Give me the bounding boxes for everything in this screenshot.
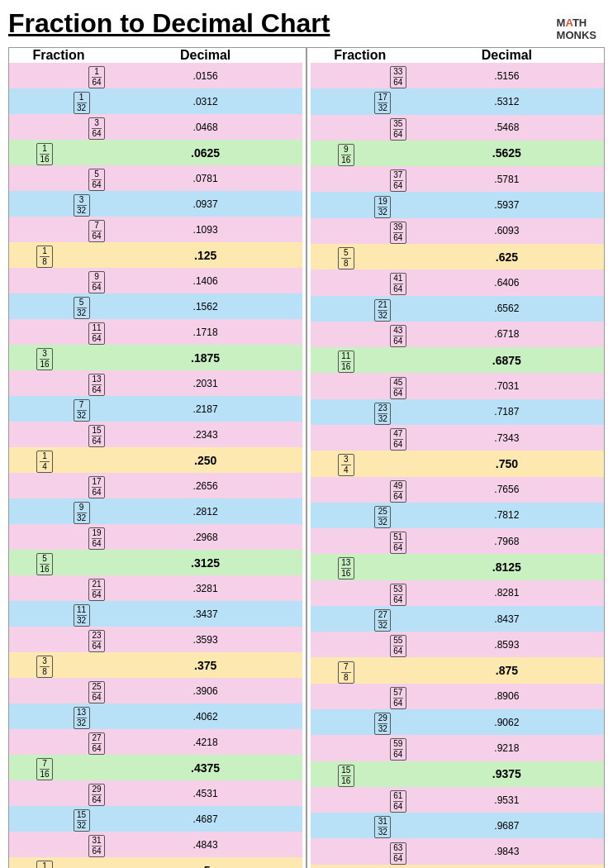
decimal-value: .7812 xyxy=(410,503,604,528)
major-fraction xyxy=(311,838,356,864)
minor-fraction: 332 xyxy=(55,191,108,217)
minor-fraction: 1764 xyxy=(55,473,108,498)
decimal-value: .5625 xyxy=(410,141,604,166)
minor-fraction: 6164 xyxy=(356,787,410,813)
decimal-value: .9218 xyxy=(410,735,604,761)
minor-fraction: 1564 xyxy=(55,422,108,447)
major-fraction xyxy=(311,373,356,398)
decimal-value: .8125 xyxy=(410,554,604,579)
minor-fraction: 5764 xyxy=(356,684,410,709)
table-row: 4164.6406 xyxy=(311,269,604,295)
minor-fraction: 3564 xyxy=(356,115,410,141)
decimal-value: .4062 xyxy=(108,703,302,729)
table-row: 2132.6562 xyxy=(311,296,604,322)
table-row: 4564.7031 xyxy=(311,373,604,398)
major-fraction xyxy=(311,813,356,838)
major-fraction xyxy=(311,296,356,322)
major-fraction xyxy=(9,63,55,88)
decimal-value: .7968 xyxy=(410,528,604,554)
decimal-value: .1875 xyxy=(108,345,302,370)
decimal-value: .1562 xyxy=(108,293,302,319)
table-row: 1164.1718 xyxy=(9,319,302,345)
decimal-value: .2812 xyxy=(108,498,302,524)
minor-fraction: 364 xyxy=(55,114,108,140)
minor-fraction xyxy=(356,451,410,476)
decimal-value: .7031 xyxy=(410,373,604,398)
major-fraction xyxy=(9,293,55,319)
major-fraction xyxy=(311,63,356,88)
major-fraction: 38 xyxy=(9,652,55,678)
major-fraction xyxy=(311,684,356,709)
major-fraction xyxy=(9,601,55,627)
table-row: 4764.7343 xyxy=(311,425,604,451)
logo: MATHMONKS xyxy=(557,17,596,41)
decimal-value: .9375 xyxy=(410,761,604,787)
table-row: 732.2187 xyxy=(9,396,302,422)
minor-fraction: 5964 xyxy=(356,735,410,761)
major-fraction xyxy=(311,425,356,451)
major-fraction: 1316 xyxy=(311,554,356,579)
major-fraction xyxy=(311,218,356,244)
minor-fraction: 964 xyxy=(55,268,108,293)
decimal-value: .125 xyxy=(108,242,302,268)
decimal-value: .1406 xyxy=(108,268,302,293)
table-row: 5164.7968 xyxy=(311,528,604,554)
table-divider xyxy=(306,48,306,868)
table-row: 11.0 xyxy=(311,865,604,868)
major-fraction xyxy=(9,88,55,114)
table-row: 2364.3593 xyxy=(9,627,302,652)
decimal-value: .3906 xyxy=(108,678,302,703)
minor-fraction xyxy=(55,447,108,473)
table-row: 58.625 xyxy=(311,244,604,269)
minor-fraction xyxy=(356,657,410,683)
decimal-value: .4843 xyxy=(108,832,302,857)
table-row: 1964.2968 xyxy=(9,524,302,550)
major-fraction xyxy=(9,832,55,857)
minor-fraction: 1532 xyxy=(55,806,108,832)
decimal-value: .0312 xyxy=(108,88,302,114)
table-row: 3964.6093 xyxy=(311,218,604,244)
decimal-value: .0625 xyxy=(108,140,302,165)
minor-fraction: 2564 xyxy=(55,678,108,703)
minor-fraction xyxy=(55,345,108,370)
table-row: 38.375 xyxy=(9,652,302,678)
minor-fraction: 2932 xyxy=(356,709,410,735)
page-title: Fraction to Decimal Chart xyxy=(8,8,605,39)
minor-fraction: 4164 xyxy=(356,269,410,295)
table-row: 964.1406 xyxy=(9,268,302,293)
minor-fraction xyxy=(356,244,410,269)
table-row: 12.5 xyxy=(9,857,302,868)
minor-fraction: 1932 xyxy=(356,192,410,217)
minor-fraction: 132 xyxy=(55,88,108,114)
table-row: 6164.9531 xyxy=(311,787,604,813)
table-row: 1532.4687 xyxy=(9,806,302,832)
minor-fraction: 732 xyxy=(55,396,108,422)
table-row: 932.2812 xyxy=(9,498,302,524)
major-fraction xyxy=(9,319,55,345)
minor-fraction: 5364 xyxy=(356,580,410,606)
major-fraction xyxy=(9,806,55,832)
major-fraction: 316 xyxy=(9,345,55,370)
major-fraction xyxy=(9,473,55,498)
decimal-value: .750 xyxy=(410,451,604,476)
major-fraction xyxy=(9,780,55,806)
decimal-value: .2656 xyxy=(108,473,302,498)
decimal-value: .3125 xyxy=(108,550,302,575)
table-row: 116.0625 xyxy=(9,140,302,165)
major-fraction xyxy=(311,580,356,606)
table-row: 3132.9687 xyxy=(311,813,604,838)
decimal-value: .3281 xyxy=(108,575,302,601)
decimal-value: .1093 xyxy=(108,217,302,242)
table-row: 2564.3906 xyxy=(9,678,302,703)
decimal-value: .7187 xyxy=(410,399,604,425)
right-decimal-header: Decimal xyxy=(410,48,604,63)
table-row: 332.0937 xyxy=(9,191,302,217)
decimal-value: .625 xyxy=(410,244,604,269)
decimal-value: .4375 xyxy=(108,755,302,780)
minor-fraction xyxy=(55,857,108,868)
table-row: 564.0781 xyxy=(9,165,302,191)
table-row: 316.1875 xyxy=(9,345,302,370)
major-fraction xyxy=(311,115,356,141)
minor-fraction xyxy=(356,554,410,579)
table-row: 364.0468 xyxy=(9,114,302,140)
